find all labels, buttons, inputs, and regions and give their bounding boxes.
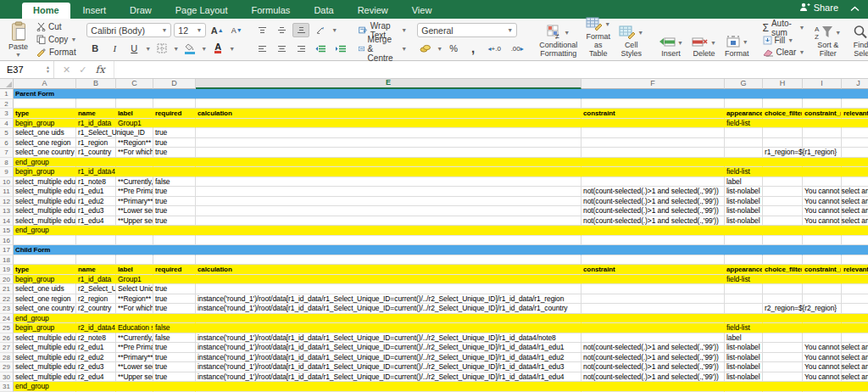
cell-E12[interactable] (196, 197, 581, 207)
bold-button[interactable]: B (86, 42, 103, 56)
cell-A28[interactable]: select_multiple edu (14, 353, 76, 363)
cell-A6[interactable]: select_one region (14, 138, 76, 148)
cell-F23[interactable] (581, 304, 725, 314)
cell-F26[interactable] (581, 333, 725, 344)
cell-I25[interactable] (803, 323, 842, 333)
cell-E23[interactable]: instance('round_1')/root/data[r1_id_data… (196, 304, 581, 314)
cell-A16[interactable] (14, 236, 76, 246)
cell-H11[interactable] (763, 187, 803, 197)
cell-F4[interactable] (581, 119, 725, 129)
tab-page-layout[interactable]: Page Layout (164, 3, 239, 19)
cell-E10[interactable] (196, 177, 581, 188)
row-header-26[interactable]: 26 (0, 333, 14, 344)
clear-button[interactable]: Clear▼ (761, 47, 807, 59)
cell-B16[interactable] (76, 236, 116, 246)
cell-B21[interactable]: r2_Select_Unique_ID (76, 284, 116, 294)
cell-H28[interactable] (763, 353, 803, 363)
cell-A18[interactable] (14, 255, 76, 266)
cell-B10[interactable]: r1_note8 (76, 177, 116, 188)
cell-B8[interactable] (76, 158, 116, 168)
cell-A5[interactable]: select_one uids (14, 128, 76, 138)
column-header-G[interactable]: G (725, 79, 763, 89)
cell-D1[interactable] (153, 89, 196, 99)
cell-J26[interactable] (842, 333, 868, 344)
cell-I10[interactable] (803, 177, 842, 188)
cell-B15[interactable] (76, 226, 116, 236)
cell-I4[interactable] (803, 119, 842, 129)
cell-H6[interactable] (763, 138, 803, 148)
cell-A22[interactable]: select_one region (14, 294, 76, 305)
cell-A29[interactable]: select_multiple edu (14, 362, 76, 372)
row-header-14[interactable]: 14 (0, 216, 14, 227)
cell-B30[interactable]: r2_edu4 (76, 372, 116, 383)
cell-F29[interactable]: not(count-selected(.)>1 and selected(.,'… (581, 362, 725, 372)
row-header-27[interactable]: 27 (0, 343, 14, 353)
cell-H21[interactable] (763, 284, 803, 294)
cell-I5[interactable] (803, 128, 842, 138)
cell-A23[interactable]: select_one country (14, 304, 76, 314)
cell-G8[interactable] (725, 158, 763, 168)
cell-F3[interactable]: constraint (581, 109, 725, 119)
cell-C21[interactable]: Select Unique (116, 284, 153, 294)
cell-I3[interactable]: constraint_message (803, 109, 842, 119)
cell-A27[interactable]: select_multiple edu (14, 343, 76, 353)
align-right-button[interactable] (292, 42, 309, 56)
cell-H8[interactable] (763, 158, 803, 168)
cell-I8[interactable] (803, 158, 842, 168)
column-header-E[interactable]: E (196, 79, 581, 89)
cell-F18[interactable] (581, 255, 725, 266)
cell-G6[interactable] (725, 138, 763, 148)
cell-E6[interactable] (196, 138, 581, 148)
cell-E2[interactable] (196, 99, 581, 109)
cell-C29[interactable]: **Lower sec (116, 362, 153, 372)
cell-C19[interactable]: label (116, 265, 153, 275)
cell-H18[interactable] (763, 255, 803, 266)
cell-C22[interactable]: **Region** (116, 294, 153, 305)
row-header-16[interactable]: 16 (0, 236, 14, 246)
cell-F21[interactable] (581, 284, 725, 294)
cell-G30[interactable]: list-nolabel (725, 372, 763, 383)
cell-I11[interactable]: You cannot select an (803, 187, 842, 197)
cell-D25[interactable]: false (153, 323, 196, 333)
cell-G17[interactable] (725, 245, 763, 255)
cell-H23[interactable]: r2_region=${r2_region} (763, 304, 803, 314)
cell-A25[interactable]: begin_group (14, 323, 76, 333)
cell-C16[interactable] (116, 236, 153, 246)
cell-G24[interactable] (725, 314, 763, 324)
cell-A10[interactable]: select_multiple edu (14, 177, 76, 188)
cell-A2[interactable] (14, 99, 76, 109)
cell-B24[interactable] (76, 314, 116, 324)
cell-E16[interactable] (196, 236, 581, 246)
row-header-4[interactable]: 4 (0, 119, 14, 129)
cell-styles-button[interactable]: ▼ Cell Styles (615, 21, 647, 59)
cell-F1[interactable] (581, 89, 725, 99)
cell-A4[interactable]: begin_group (14, 119, 76, 129)
align-top-button[interactable] (253, 23, 270, 37)
cell-G28[interactable]: list-nolabel (725, 353, 763, 363)
cell-C10[interactable]: **Currently, (116, 177, 153, 188)
tab-draw[interactable]: Draw (119, 3, 163, 19)
cell-D21[interactable]: true (153, 284, 196, 294)
cell-F12[interactable]: not(count-selected(.)>1 and selected(.,'… (581, 197, 725, 207)
cell-D6[interactable]: true (153, 138, 196, 148)
cell-E22[interactable]: instance('round_1')/root/data[r1_id_data… (196, 294, 581, 305)
cell-F20[interactable] (581, 275, 725, 285)
fill-button[interactable]: Fill▼ (761, 35, 807, 47)
row-header-7[interactable]: 7 (0, 148, 14, 158)
cell-G21[interactable] (725, 284, 763, 294)
row-header-2[interactable]: 2 (0, 99, 14, 109)
cell-G25[interactable]: field-list (725, 323, 763, 333)
cell-G12[interactable]: list-nolabel (725, 197, 763, 207)
cell-E18[interactable] (196, 255, 581, 266)
cell-D11[interactable]: true (153, 187, 196, 197)
cell-B6[interactable]: r1_region (76, 138, 116, 148)
cell-I14[interactable]: You cannot select an (803, 216, 842, 227)
row-header-11[interactable]: 11 (0, 187, 14, 197)
cell-J10[interactable] (842, 177, 868, 188)
cell-F10[interactable] (581, 177, 725, 188)
cell-F24[interactable] (581, 314, 725, 324)
cell-H13[interactable] (763, 206, 803, 216)
cell-A31[interactable]: end_group (14, 382, 76, 392)
column-header-J[interactable]: J (842, 79, 868, 89)
cell-I9[interactable] (803, 167, 842, 177)
